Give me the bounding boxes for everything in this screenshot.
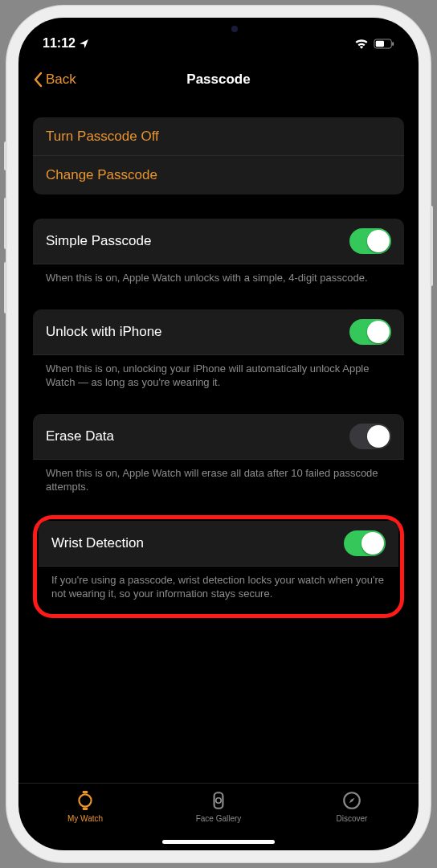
wrist-detection-footer: If you're using a passcode, wrist detect… (39, 567, 398, 604)
svg-rect-4 (83, 791, 88, 793)
svg-rect-5 (83, 808, 88, 810)
change-passcode-button[interactable]: Change Passcode (33, 156, 404, 194)
svg-point-7 (216, 798, 222, 804)
status-time: 11:12 (43, 36, 76, 51)
row-label: Erase Data (46, 428, 114, 444)
watch-icon (75, 790, 96, 811)
notch (134, 18, 303, 42)
unlock-iphone-row: Unlock with iPhone (33, 309, 404, 355)
unlock-iphone-group: Unlock with iPhone When this is on, unlo… (33, 309, 404, 390)
wifi-icon (354, 38, 369, 49)
side-button (430, 206, 433, 286)
wrist-detection-row: Wrist Detection (39, 521, 398, 567)
chevron-left-icon (33, 72, 43, 88)
simple-passcode-footer: When this is on, Apple Watch unlocks wit… (33, 264, 404, 285)
location-icon (79, 39, 89, 49)
row-label: Simple Passcode (46, 233, 151, 249)
screen: 11:12 Back Passcode (18, 18, 419, 850)
svg-rect-2 (392, 42, 394, 46)
tab-label: Face Gallery (196, 814, 242, 823)
row-label: Turn Passcode Off (46, 129, 159, 145)
tab-label: My Watch (67, 814, 103, 823)
volume-down-button (4, 262, 7, 313)
gallery-icon (208, 790, 229, 811)
turn-passcode-off-button[interactable]: Turn Passcode Off (33, 117, 404, 156)
volume-up-button (4, 198, 7, 249)
passcode-actions-group: Turn Passcode Off Change Passcode (33, 117, 404, 194)
erase-data-group: Erase Data When this is on, Apple Watch … (33, 414, 404, 494)
page-title: Passcode (186, 72, 250, 88)
row-label: Wrist Detection (51, 535, 144, 551)
nav-bar: Back Passcode (18, 58, 419, 101)
device-frame: 11:12 Back Passcode (6, 5, 431, 863)
back-button[interactable]: Back (33, 72, 76, 88)
back-label: Back (46, 72, 76, 88)
tab-label: Discover (337, 814, 368, 823)
unlock-iphone-footer: When this is on, unlocking your iPhone w… (33, 355, 404, 390)
simple-passcode-toggle[interactable] (349, 228, 391, 254)
erase-data-row: Erase Data (33, 414, 404, 460)
content-scroll[interactable]: Turn Passcode Off Change Passcode Simple… (18, 101, 419, 783)
wrist-detection-toggle[interactable] (344, 530, 386, 556)
tab-discover[interactable]: Discover (285, 790, 419, 850)
erase-data-footer: When this is on, Apple Watch will erase … (33, 460, 404, 494)
svg-point-3 (79, 794, 91, 806)
battery-icon (374, 39, 394, 49)
row-label: Change Passcode (46, 167, 157, 183)
tab-my-watch[interactable]: My Watch (18, 790, 152, 850)
simple-passcode-row: Simple Passcode (33, 219, 404, 264)
erase-data-toggle[interactable] (349, 424, 391, 449)
compass-icon (341, 790, 362, 811)
simple-passcode-group: Simple Passcode When this is on, Apple W… (33, 219, 404, 285)
svg-rect-1 (376, 40, 384, 46)
unlock-iphone-toggle[interactable] (349, 319, 391, 345)
wrist-detection-callout: Wrist Detection If you're using a passco… (33, 515, 404, 618)
row-label: Unlock with iPhone (46, 324, 162, 340)
silence-switch (4, 141, 7, 170)
home-indicator[interactable] (162, 840, 275, 844)
